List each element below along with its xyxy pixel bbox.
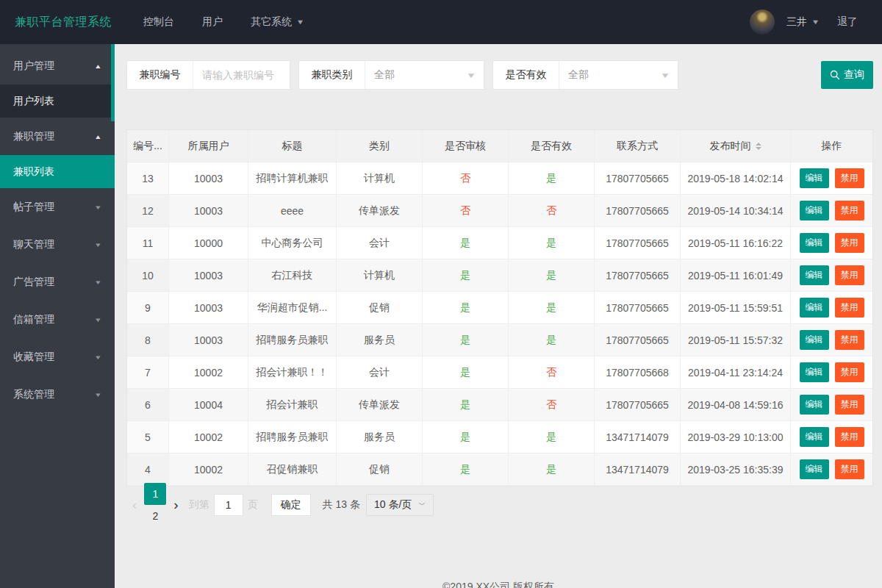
disable-button[interactable]: 禁用	[835, 201, 864, 220]
cell-valid: 是	[509, 421, 595, 453]
column-header-4: 是否审核	[423, 130, 509, 162]
username-label: 三井	[786, 15, 807, 29]
page-button-1[interactable]: 1	[144, 483, 166, 505]
edit-button[interactable]: 编辑	[800, 265, 829, 285]
sidebar-item-label: 用户管理	[13, 60, 95, 73]
main-nav: 控制台 用户 其它系统 ▼	[129, 0, 318, 44]
cell-actions: 编辑 禁用	[791, 453, 872, 486]
cell-contact: 17807705668	[595, 356, 681, 389]
is-valid-select[interactable]: 全部 ▼	[559, 61, 678, 89]
search-button-label: 查询	[844, 68, 864, 82]
edit-button[interactable]: 编辑	[800, 201, 829, 220]
sidebar-item-mailbox-management[interactable]: 信箱管理 ▼	[0, 301, 115, 338]
avatar[interactable]	[750, 10, 775, 35]
nav-other-systems[interactable]: 其它系统 ▼	[237, 0, 318, 44]
sidebar-item-post-management[interactable]: 帖子管理 ▼	[0, 188, 115, 226]
edit-button[interactable]: 编辑	[800, 427, 829, 447]
cell-audited: 否	[423, 195, 509, 227]
cell-audited: 是	[423, 292, 509, 324]
cell-id: 11	[127, 227, 169, 259]
sort-icon[interactable]	[756, 140, 761, 153]
table-row: 13 10003 招聘计算机兼职 计算机 否 是 17807705665 201…	[127, 162, 872, 195]
edit-button[interactable]: 编辑	[800, 233, 829, 253]
disable-button[interactable]: 禁用	[835, 330, 864, 350]
table-row: 10 10003 右江科技 计算机 是 是 17807705665 2019-0…	[127, 259, 872, 292]
edit-button[interactable]: 编辑	[800, 362, 829, 382]
disable-button[interactable]: 禁用	[835, 427, 864, 447]
sidebar: 用户管理 ▲ 用户列表 兼职管理 ▲ 兼职列表 帖子管理 ▼ 聊天管理 ▼ 广告…	[0, 44, 115, 588]
cell-category: 促销	[337, 453, 423, 486]
sidebar-caret-icon: ▲	[94, 62, 102, 69]
sidebar-caret-icon: ▼	[94, 204, 102, 210]
cell-valid: 是	[509, 324, 595, 356]
cell-contact: 17807705665	[595, 259, 681, 292]
sidebar-item-job-list[interactable]: 兼职列表	[0, 155, 115, 188]
table-row: 11 10000 中心商务公司 会计 是 是 17807705665 2019-…	[127, 227, 872, 259]
sidebar-item-label: 广告管理	[13, 276, 95, 289]
next-page-button[interactable]: ›	[168, 494, 184, 516]
column-header-6: 联系方式	[595, 130, 681, 162]
logout-link[interactable]: 退了	[823, 0, 872, 44]
cell-publish-time: 2019-03-29 10:13:00	[681, 421, 791, 453]
edit-button[interactable]: 编辑	[800, 395, 829, 415]
cell-actions: 编辑 禁用	[791, 259, 872, 292]
sidebar-item-job-management[interactable]: 兼职管理 ▲	[0, 118, 115, 155]
cell-title: 召促销兼职	[248, 453, 337, 486]
job-type-selected-value: 全部	[374, 68, 395, 82]
user-menu[interactable]: 三井 ▼	[782, 0, 823, 44]
cell-category: 计算机	[337, 259, 423, 292]
disable-button[interactable]: 禁用	[835, 395, 864, 415]
edit-button[interactable]: 编辑	[800, 459, 829, 479]
job-id-input[interactable]	[193, 61, 290, 89]
cell-audited: 是	[423, 389, 509, 421]
search-button[interactable]: 查询	[821, 61, 873, 89]
edit-button[interactable]: 编辑	[800, 168, 829, 188]
column-header-7[interactable]: 发布时间	[681, 130, 791, 162]
cell-id: 8	[127, 324, 169, 356]
sidebar-item-ad-management[interactable]: 广告管理 ▼	[0, 263, 115, 301]
page-size-select[interactable]: 10 条/页 ﹀	[366, 494, 434, 516]
goto-confirm-button[interactable]: 确定	[271, 494, 311, 516]
filter-job-type: 兼职类别 全部 ▼	[298, 60, 484, 90]
sidebar-item-favorites-management[interactable]: 收藏管理 ▼	[0, 338, 115, 376]
disable-button[interactable]: 禁用	[835, 459, 864, 479]
sidebar-item-user-management[interactable]: 用户管理 ▲	[0, 47, 115, 85]
cell-category: 传单派发	[337, 195, 423, 227]
cell-audited: 是	[423, 453, 509, 486]
nav-users[interactable]: 用户	[188, 0, 237, 44]
disable-button[interactable]: 禁用	[835, 362, 864, 382]
prev-page-button[interactable]: ‹	[126, 494, 143, 516]
sidebar-item-user-list[interactable]: 用户列表	[0, 85, 115, 118]
main-content: 兼职编号 兼职类别 全部 ▼ 是否有效 全部 ▼ 查询 编号...所属用户	[115, 44, 882, 588]
filter-is-valid: 是否有效 全部 ▼	[492, 60, 678, 90]
cell-category: 服务员	[337, 421, 423, 453]
cell-publish-time: 2019-05-11 15:57:32	[681, 324, 791, 356]
edit-button[interactable]: 编辑	[800, 330, 829, 350]
cell-actions: 编辑 禁用	[791, 324, 872, 356]
cell-title: 右江科技	[248, 259, 337, 292]
cell-publish-time: 2019-05-11 16:01:49	[681, 259, 791, 292]
disable-button[interactable]: 禁用	[835, 233, 864, 253]
cell-audited: 是	[423, 324, 509, 356]
sidebar-item-chat-management[interactable]: 聊天管理 ▼	[0, 226, 115, 263]
cell-category: 会计	[337, 356, 423, 389]
page-button-2[interactable]: 2	[144, 505, 166, 527]
sidebar-item-label: 系统管理	[13, 388, 95, 401]
cell-publish-time: 2019-05-11 15:59:51	[681, 292, 791, 324]
disable-button[interactable]: 禁用	[835, 168, 864, 188]
edit-button[interactable]: 编辑	[800, 298, 829, 318]
goto-page-input[interactable]	[214, 494, 243, 516]
cell-category: 计算机	[337, 162, 423, 195]
goto-prefix-label: 到第	[189, 498, 209, 512]
cell-valid: 否	[509, 356, 595, 389]
job-type-select[interactable]: 全部 ▼	[365, 61, 484, 89]
disable-button[interactable]: 禁用	[835, 265, 864, 285]
cell-id: 7	[127, 356, 169, 389]
sidebar-item-label: 用户列表	[13, 95, 101, 108]
cell-publish-time: 2019-03-25 16:35:39	[681, 453, 791, 486]
cell-contact: 17807705665	[595, 292, 681, 324]
sidebar-item-system-management[interactable]: 系统管理 ▼	[0, 376, 115, 413]
cell-category: 促销	[337, 292, 423, 324]
disable-button[interactable]: 禁用	[835, 298, 864, 318]
nav-console[interactable]: 控制台	[129, 0, 188, 44]
